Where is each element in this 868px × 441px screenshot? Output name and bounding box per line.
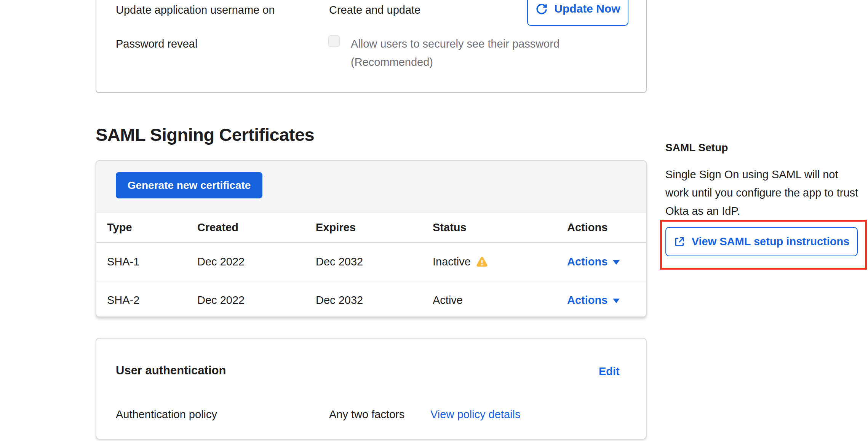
cert-expires-cell: Dec 2032 bbox=[305, 294, 422, 307]
user-authentication-title: User authentication bbox=[116, 364, 226, 377]
update-now-button[interactable]: Update Now bbox=[527, 0, 628, 26]
page-title: SAML Signing Certificates bbox=[96, 124, 314, 145]
table-header-row: Type Created Expires Status Actions bbox=[96, 213, 646, 243]
refresh-icon bbox=[535, 2, 548, 15]
caret-down-icon bbox=[613, 299, 620, 303]
actions-label: Actions bbox=[567, 294, 607, 307]
user-authentication-panel: User authentication Edit Authentication … bbox=[96, 338, 647, 439]
actions-menu-button[interactable]: Actions bbox=[556, 256, 646, 268]
saml-setup-description: Single Sign On using SAML will not work … bbox=[665, 165, 862, 220]
saml-setup-title: SAML Setup bbox=[665, 142, 863, 154]
cert-status-cell: Inactive bbox=[422, 256, 556, 268]
view-saml-setup-instructions-label: View SAML setup instructions bbox=[692, 235, 850, 248]
caret-down-icon bbox=[613, 260, 620, 265]
cert-type-cell: SHA-1 bbox=[96, 256, 187, 268]
view-policy-details-link[interactable]: View policy details bbox=[430, 407, 520, 421]
password-reveal-checkbox[interactable] bbox=[328, 35, 340, 47]
certificates-toolbar: Generate new certificate bbox=[96, 161, 646, 213]
cert-status-cell: Active bbox=[422, 294, 556, 307]
username-update-label: Update application username on bbox=[116, 3, 275, 17]
account-settings-panel: Update application username on Create an… bbox=[96, 0, 647, 93]
column-header-actions: Actions bbox=[556, 221, 646, 234]
certificates-table: Type Created Expires Status Actions SHA-… bbox=[96, 213, 646, 319]
column-header-expires: Expires bbox=[305, 221, 422, 234]
generate-new-certificate-button[interactable]: Generate new certificate bbox=[116, 172, 262, 198]
authentication-policy-value: Any two factors bbox=[329, 407, 404, 421]
actions-label: Actions bbox=[567, 256, 607, 268]
external-link-icon bbox=[674, 236, 686, 248]
cert-created-cell: Dec 2022 bbox=[187, 256, 305, 268]
warning-icon bbox=[476, 256, 488, 268]
column-header-type: Type bbox=[96, 221, 187, 234]
cert-expires-cell: Dec 2032 bbox=[305, 256, 422, 268]
password-reveal-label: Password reveal bbox=[116, 37, 197, 51]
actions-menu-button[interactable]: Actions bbox=[556, 294, 646, 307]
column-header-created: Created bbox=[187, 221, 305, 234]
table-row: SHA-2 Dec 2022 Dec 2032 Active Actions bbox=[96, 281, 646, 319]
status-text: Inactive bbox=[433, 256, 471, 268]
password-reveal-checkbox-label: Allow users to securely see their passwo… bbox=[351, 37, 559, 51]
cert-type-cell: SHA-2 bbox=[96, 294, 187, 307]
certificates-panel: Generate new certificate Type Created Ex… bbox=[96, 160, 647, 317]
update-now-label: Update Now bbox=[554, 2, 620, 15]
authentication-policy-label: Authentication policy bbox=[116, 407, 217, 421]
username-update-value: Create and update bbox=[329, 3, 420, 17]
password-reveal-recommended-label: (Recommended) bbox=[351, 55, 433, 69]
view-saml-setup-instructions-button[interactable]: View SAML setup instructions bbox=[665, 227, 858, 256]
cert-created-cell: Dec 2022 bbox=[187, 294, 305, 307]
column-header-status: Status bbox=[422, 221, 556, 234]
status-text: Active bbox=[433, 294, 463, 307]
edit-link[interactable]: Edit bbox=[599, 365, 620, 378]
saml-setup-sidebar: SAML Setup Single Sign On using SAML wil… bbox=[665, 142, 863, 220]
table-row: SHA-1 Dec 2022 Dec 2032 Inactive Actions bbox=[96, 243, 646, 281]
